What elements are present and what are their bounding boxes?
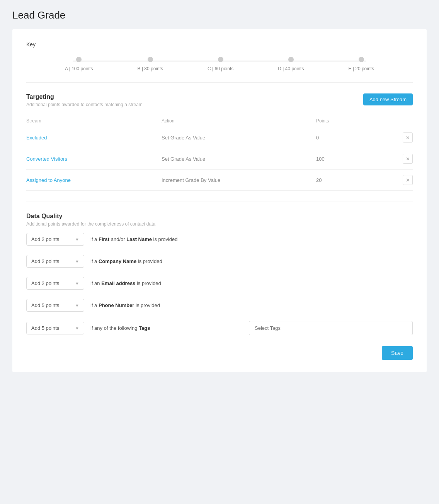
dq-description-company: if a Company Name is provided bbox=[90, 258, 413, 264]
targeting-header: Targeting Additional points awarded to c… bbox=[26, 93, 413, 107]
chevron-down-icon-name: ▼ bbox=[75, 237, 79, 242]
stream-row-2-action: Increment Grade By Value bbox=[162, 170, 316, 191]
stream-row-1-remove: ✕ bbox=[374, 148, 413, 170]
stream-row-2-remove: ✕ bbox=[374, 170, 413, 191]
points-dropdown-label-phone: Add 5 points bbox=[31, 302, 59, 308]
grade-dot-d bbox=[288, 57, 294, 62]
points-dropdown-label-name: Add 2 points bbox=[31, 236, 59, 242]
stream-row-1: Converted Visitors Set Grade As Value 10… bbox=[26, 148, 413, 170]
points-dropdown-email[interactable]: Add 2 points ▼ bbox=[26, 277, 84, 290]
grade-point-label-e: E | 20 points bbox=[348, 66, 374, 71]
points-dropdown-company[interactable]: Add 2 points ▼ bbox=[26, 255, 84, 268]
stream-table-header-row: Stream Action Points bbox=[26, 115, 413, 127]
dq-row-name: Add 2 points ▼ if a First and/or Last Na… bbox=[26, 233, 413, 246]
col-header-points: Points bbox=[316, 115, 374, 127]
data-quality-rows: Add 2 points ▼ if a First and/or Last Na… bbox=[26, 233, 413, 335]
page-title: Lead Grade bbox=[12, 9, 427, 21]
stream-row-1-points: 100 bbox=[316, 148, 374, 170]
points-dropdown-label-company: Add 2 points bbox=[31, 258, 59, 264]
dq-description-email: if an Email address is provided bbox=[90, 280, 413, 286]
tags-input[interactable] bbox=[249, 321, 413, 335]
grade-dot-b bbox=[148, 57, 153, 62]
grade-point-a: A | 100 points bbox=[65, 57, 93, 71]
data-quality-subtitle: Additional points awarded for the comple… bbox=[26, 221, 413, 227]
targeting-section: Targeting Additional points awarded to c… bbox=[26, 93, 413, 191]
stream-row-0-action: Set Grade As Value bbox=[162, 127, 316, 148]
points-dropdown-name[interactable]: Add 2 points ▼ bbox=[26, 233, 84, 246]
targeting-title: Targeting bbox=[26, 93, 143, 100]
divider-2 bbox=[26, 202, 413, 202]
grade-dot-a bbox=[76, 57, 82, 62]
chevron-down-icon-tags: ▼ bbox=[75, 326, 79, 331]
grade-point-label-a: A | 100 points bbox=[65, 66, 93, 71]
chevron-down-icon-email: ▼ bbox=[75, 281, 79, 286]
grade-point-c: C | 60 points bbox=[208, 57, 233, 71]
stream-table-head: Stream Action Points bbox=[26, 115, 413, 127]
dq-row-company: Add 2 points ▼ if a Company Name is prov… bbox=[26, 255, 413, 268]
dq-row-phone: Add 5 points ▼ if a Phone Number is prov… bbox=[26, 299, 413, 312]
dq-description-tags: if any of the following Tags bbox=[90, 325, 243, 331]
grade-dot-c bbox=[218, 57, 223, 62]
dq-row-tags: Add 5 points ▼ if any of the following T… bbox=[26, 321, 413, 335]
grade-dot-e bbox=[359, 57, 364, 62]
save-button[interactable]: Save bbox=[382, 346, 413, 360]
grade-scale: A | 100 points B | 80 points C | 60 poin… bbox=[26, 57, 413, 71]
points-dropdown-label-tags: Add 5 points bbox=[31, 325, 59, 331]
stream-table: Stream Action Points Excluded Set Grade … bbox=[26, 115, 413, 191]
add-new-stream-button[interactable]: Add new Stream bbox=[363, 93, 413, 105]
dq-description-phone: if a Phone Number is provided bbox=[90, 302, 413, 308]
grade-point-e: E | 20 points bbox=[348, 57, 374, 71]
stream-table-body: Excluded Set Grade As Value 0 ✕ Converte… bbox=[26, 127, 413, 191]
stream-row-2-points: 20 bbox=[316, 170, 374, 191]
key-section: Key A | 100 points B | 80 points C | 60 … bbox=[26, 41, 413, 71]
points-dropdown-label-email: Add 2 points bbox=[31, 280, 59, 286]
stream-row-0-remove: ✕ bbox=[374, 127, 413, 148]
points-dropdown-tags[interactable]: Add 5 points ▼ bbox=[26, 322, 84, 334]
key-label: Key bbox=[26, 41, 413, 48]
chevron-down-icon-phone: ▼ bbox=[75, 303, 79, 308]
targeting-subtitle: Additional points awarded to contacts ma… bbox=[26, 102, 143, 107]
dq-description-name: if a First and/or Last Name is provided bbox=[90, 236, 413, 242]
stream-row-0-stream: Excluded bbox=[26, 127, 162, 148]
grade-point-label-d: D | 40 points bbox=[278, 66, 304, 71]
stream-row-0-points: 0 bbox=[316, 127, 374, 148]
stream-row-0: Excluded Set Grade As Value 0 ✕ bbox=[26, 127, 413, 148]
remove-stream-0-button[interactable]: ✕ bbox=[403, 132, 413, 143]
col-header-actions bbox=[374, 115, 413, 127]
dq-row-email: Add 2 points ▼ if an Email address is pr… bbox=[26, 277, 413, 290]
grade-point-b: B | 80 points bbox=[138, 57, 163, 71]
chevron-down-icon-company: ▼ bbox=[75, 259, 79, 264]
grade-point-label-c: C | 60 points bbox=[208, 66, 233, 71]
data-quality-section: Data Quality Additional points awarded f… bbox=[26, 213, 413, 335]
remove-stream-1-button[interactable]: ✕ bbox=[403, 154, 413, 164]
grade-point-d: D | 40 points bbox=[278, 57, 304, 71]
remove-stream-2-button[interactable]: ✕ bbox=[403, 175, 413, 185]
targeting-header-text: Targeting Additional points awarded to c… bbox=[26, 93, 143, 107]
col-header-stream: Stream bbox=[26, 115, 162, 127]
stream-row-2: Assigned to Anyone Increment Grade By Va… bbox=[26, 170, 413, 191]
stream-row-1-action: Set Grade As Value bbox=[162, 148, 316, 170]
divider-1 bbox=[26, 82, 413, 83]
stream-row-2-stream: Assigned to Anyone bbox=[26, 170, 162, 191]
stream-row-1-stream: Converted Visitors bbox=[26, 148, 162, 170]
points-dropdown-phone[interactable]: Add 5 points ▼ bbox=[26, 299, 84, 312]
grade-point-label-b: B | 80 points bbox=[138, 66, 163, 71]
col-header-action: Action bbox=[162, 115, 316, 127]
data-quality-title: Data Quality bbox=[26, 213, 413, 220]
card-footer: Save bbox=[26, 346, 413, 360]
grade-points: A | 100 points B | 80 points C | 60 poin… bbox=[65, 57, 374, 71]
